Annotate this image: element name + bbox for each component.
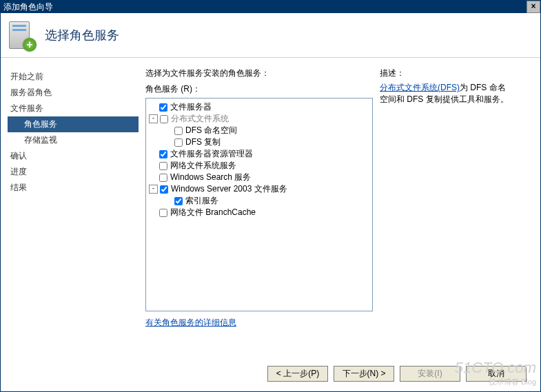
sidebar-item-6[interactable]: 进度 bbox=[8, 164, 139, 180]
tree-item-label: 网络文件 BranchCache bbox=[170, 207, 256, 218]
tree-item-label: DFS 命名空间 bbox=[185, 125, 237, 136]
tree-expander-icon[interactable]: - bbox=[149, 185, 158, 194]
tree-checkbox[interactable] bbox=[159, 162, 167, 170]
page-title: 选择角色服务 bbox=[45, 27, 119, 43]
tree-item-label: Windows Server 2003 文件服务 bbox=[171, 183, 287, 195]
main-panel: 选择为文件服务安装的角色服务： 角色服务 (R)： 文件服务器-分布式文件系统D… bbox=[139, 58, 540, 354]
tree-checkbox[interactable] bbox=[174, 197, 183, 205]
tree-checkbox[interactable] bbox=[160, 115, 168, 123]
tree-checkbox[interactable] bbox=[174, 127, 183, 135]
role-services-tree[interactable]: 文件服务器-分布式文件系统DFS 命名空间DFS 复制文件服务器资源管理器网络文… bbox=[145, 98, 373, 311]
tree-checkbox[interactable] bbox=[160, 185, 168, 194]
tree-checkbox[interactable] bbox=[159, 103, 167, 112]
button-row: < 上一步(P) 下一步(N) > 安装(I) 取消 bbox=[267, 366, 527, 382]
tree-item-8[interactable]: 索引服务 bbox=[149, 195, 369, 207]
tree-item-2[interactable]: DFS 命名空间 bbox=[149, 125, 369, 136]
tree-item-7[interactable]: -Windows Server 2003 文件服务 bbox=[149, 183, 369, 195]
tree-checkbox[interactable] bbox=[159, 174, 167, 182]
prev-button[interactable]: < 上一步(P) bbox=[267, 366, 328, 382]
tree-item-label: 文件服务器资源管理器 bbox=[170, 148, 253, 160]
sidebar: 开始之前服务器角色文件服务角色服务存储监视确认进度结果 bbox=[1, 58, 139, 354]
tree-item-label: Windows Search 服务 bbox=[170, 172, 251, 183]
tree-item-1[interactable]: -分布式文件系统 bbox=[149, 113, 369, 125]
description-panel: 描述： 分布式文件系统(DFS)为 DFS 命名 空间和 DFS 复制提供工具和… bbox=[380, 68, 518, 105]
tree-checkbox[interactable] bbox=[174, 138, 183, 147]
sidebar-item-2[interactable]: 文件服务 bbox=[8, 101, 139, 116]
cancel-button[interactable]: 取消 bbox=[466, 366, 527, 382]
tree-expander-icon[interactable]: - bbox=[149, 114, 158, 123]
sidebar-item-4[interactable]: 存储监视 bbox=[8, 132, 139, 148]
next-button[interactable]: 下一步(N) > bbox=[334, 366, 394, 382]
details-link[interactable]: 有关角色服务的详细信息 bbox=[145, 317, 236, 329]
description-link[interactable]: 分布式文件系统(DFS) bbox=[380, 83, 460, 92]
tree-item-label: 分布式文件系统 bbox=[171, 113, 229, 125]
titlebar: 添加角色向导 × bbox=[1, 1, 540, 13]
tree-item-0[interactable]: 文件服务器 bbox=[149, 101, 369, 113]
description-rest1: 为 DFS 命名 bbox=[460, 83, 506, 92]
wizard-window: 添加角色向导 × + 选择角色服务 开始之前服务器角色文件服务角色服务存储监视确… bbox=[0, 0, 541, 392]
description-title: 描述： bbox=[380, 68, 518, 79]
tree-item-label: 网络文件系统服务 bbox=[170, 160, 236, 172]
tree-checkbox[interactable] bbox=[159, 150, 167, 158]
tree-item-label: 文件服务器 bbox=[170, 101, 212, 113]
tree-item-9[interactable]: 网络文件 BranchCache bbox=[149, 207, 369, 218]
tree-item-label: DFS 复制 bbox=[185, 136, 221, 148]
description-rest2: 空间和 DFS 复制提供工具和服务。 bbox=[380, 94, 509, 104]
description-text: 分布式文件系统(DFS)为 DFS 命名 空间和 DFS 复制提供工具和服务。 bbox=[380, 82, 518, 105]
tree-item-label: 索引服务 bbox=[185, 195, 218, 207]
tree-item-6[interactable]: Windows Search 服务 bbox=[149, 172, 369, 183]
sidebar-item-1[interactable]: 服务器角色 bbox=[8, 85, 139, 101]
install-button: 安装(I) bbox=[400, 366, 460, 382]
close-button[interactable]: × bbox=[527, 1, 540, 13]
sidebar-item-7[interactable]: 结果 bbox=[8, 180, 139, 196]
tree-checkbox[interactable] bbox=[159, 209, 167, 217]
tree-item-5[interactable]: 网络文件系统服务 bbox=[149, 160, 369, 172]
body: 开始之前服务器角色文件服务角色服务存储监视确认进度结果 选择为文件服务安装的角色… bbox=[1, 58, 540, 354]
window-title: 添加角色向导 bbox=[3, 1, 53, 13]
wizard-icon: + bbox=[8, 20, 35, 50]
header: + 选择角色服务 bbox=[1, 13, 540, 58]
sidebar-item-0[interactable]: 开始之前 bbox=[8, 69, 139, 85]
sidebar-item-3[interactable]: 角色服务 bbox=[8, 116, 139, 132]
sidebar-item-5[interactable]: 确认 bbox=[8, 148, 139, 164]
tree-item-4[interactable]: 文件服务器资源管理器 bbox=[149, 148, 369, 160]
tree-item-3[interactable]: DFS 复制 bbox=[149, 136, 369, 148]
